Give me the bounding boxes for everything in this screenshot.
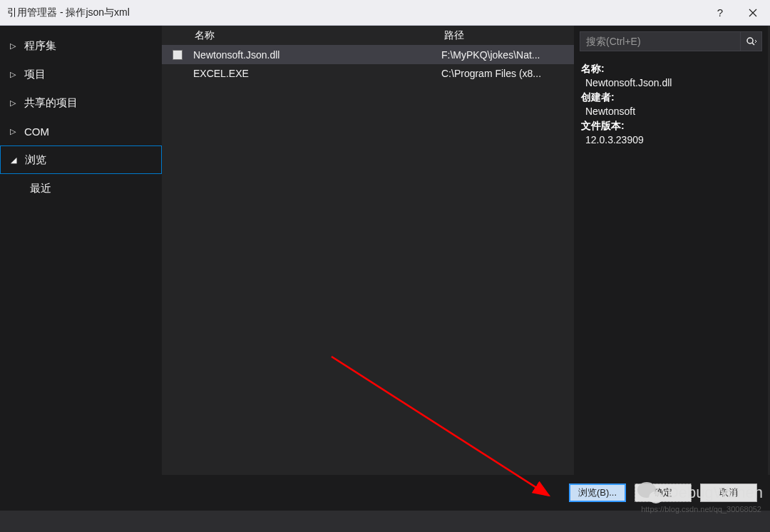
sidebar-item-label: 项目	[24, 68, 46, 81]
close-button[interactable]	[743, 3, 763, 23]
chevron-right-icon: ▷	[10, 41, 20, 51]
file-name: Newtonsoft.Json.dll	[193, 49, 441, 61]
titlebar: 引用管理器 - 操作json与xml ?	[0, 0, 770, 26]
detail-version-value: 12.0.3.23909	[581, 133, 761, 147]
svg-point-0	[747, 38, 753, 44]
search-icon[interactable]	[740, 32, 761, 51]
column-header-name[interactable]: 名称	[193, 29, 441, 42]
file-row[interactable]: Newtonsoft.Json.dll F:\MyPKQ\jokes\Nat..…	[162, 46, 574, 64]
sidebar-subitem-recent[interactable]: 最近	[0, 174, 162, 203]
search-box[interactable]	[580, 31, 762, 51]
wechat-icon	[637, 482, 663, 503]
detail-creator-value: Newtonsoft	[581, 104, 761, 118]
sidebar-item-shared[interactable]: ▷ 共享的项目	[0, 88, 162, 117]
sidebar-item-label: 共享的项目	[24, 96, 78, 110]
column-header-path[interactable]: 路径	[441, 29, 574, 42]
sidebar-item-label: 程序集	[24, 39, 56, 53]
detail-creator-label: 创建者:	[581, 90, 761, 104]
detail-name-label: 名称:	[581, 61, 761, 76]
help-button[interactable]: ?	[710, 3, 730, 23]
watermark: DebugWuhen	[637, 482, 763, 503]
sidebar-item-assemblies[interactable]: ▷ 程序集	[0, 31, 162, 60]
details-panel: 名称: Newtonsoft.Json.dll 创建者: Newtonsoft …	[574, 26, 768, 475]
sidebar-item-label: 浏览	[25, 153, 46, 167]
sidebar: ▷ 程序集 ▷ 项目 ▷ 共享的项目 ▷ COM ◢ 浏览 最近	[0, 26, 162, 475]
checkbox-icon[interactable]	[173, 50, 183, 60]
detail-name-value: Newtonsoft.Json.dll	[581, 76, 761, 90]
chevron-right-icon: ▷	[10, 98, 20, 108]
sidebar-item-com[interactable]: ▷ COM	[0, 117, 162, 145]
chevron-right-icon: ▷	[10, 70, 20, 79]
close-icon	[749, 9, 757, 17]
browse-button[interactable]: 浏览(B)...	[569, 484, 626, 502]
watermark-url: https://blog.csdn.net/qq_30068052	[641, 505, 761, 513]
sidebar-item-label: COM	[24, 126, 49, 138]
file-list: 名称 路径 Newtonsoft.Json.dll F:\MyPKQ\jokes…	[162, 26, 574, 475]
file-name: EXCEL.EXE	[193, 68, 441, 79]
sidebar-item-browse[interactable]: ◢ 浏览	[0, 145, 162, 174]
chevron-right-icon: ▷	[10, 127, 20, 136]
svg-line-1	[752, 43, 754, 45]
file-list-header: 名称 路径	[162, 26, 574, 46]
detail-version-label: 文件版本:	[581, 118, 761, 133]
file-path: F:\MyPKQ\jokes\Nat...	[441, 49, 574, 61]
sidebar-subitem-label: 最近	[30, 182, 51, 195]
file-path: C:\Program Files (x8...	[441, 68, 574, 79]
search-input[interactable]	[580, 36, 740, 47]
watermark-text: DebugWuhen	[667, 484, 763, 502]
chevron-down-icon: ◢	[11, 155, 21, 165]
window-title: 引用管理器 - 操作json与xml	[7, 6, 710, 19]
file-row[interactable]: EXCEL.EXE C:\Program Files (x8...	[162, 64, 574, 83]
file-checkbox-cell[interactable]	[162, 50, 193, 60]
sidebar-item-projects[interactable]: ▷ 项目	[0, 60, 162, 88]
